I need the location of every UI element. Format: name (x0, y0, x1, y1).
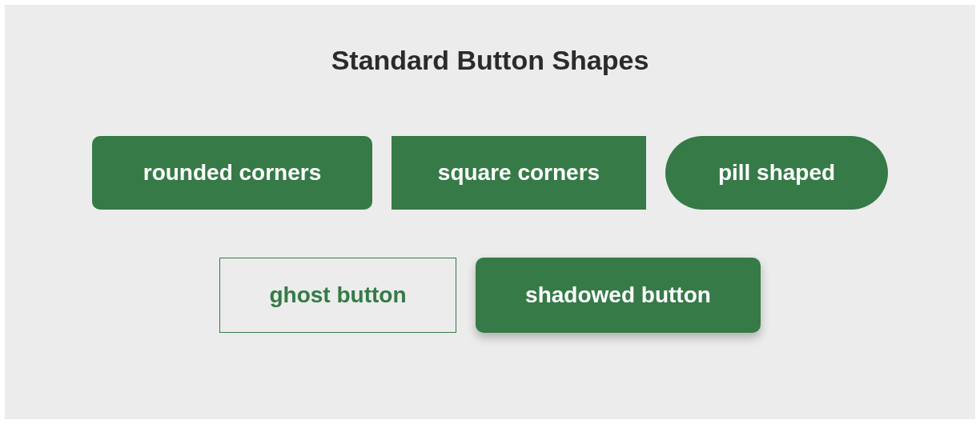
pill-shaped-button[interactable]: pill shaped (665, 136, 888, 210)
page-title: Standard Button Shapes (331, 45, 649, 76)
ghost-button[interactable]: ghost button (219, 258, 456, 333)
shadowed-button[interactable]: shadowed button (476, 258, 761, 333)
rounded-corners-button[interactable]: rounded corners (92, 136, 372, 210)
square-corners-button[interactable]: square corners (392, 136, 646, 210)
button-row-1: rounded corners square corners pill shap… (92, 136, 888, 210)
showcase-container: Standard Button Shapes rounded corners s… (5, 5, 975, 419)
button-row-2: ghost button shadowed button (219, 258, 761, 333)
